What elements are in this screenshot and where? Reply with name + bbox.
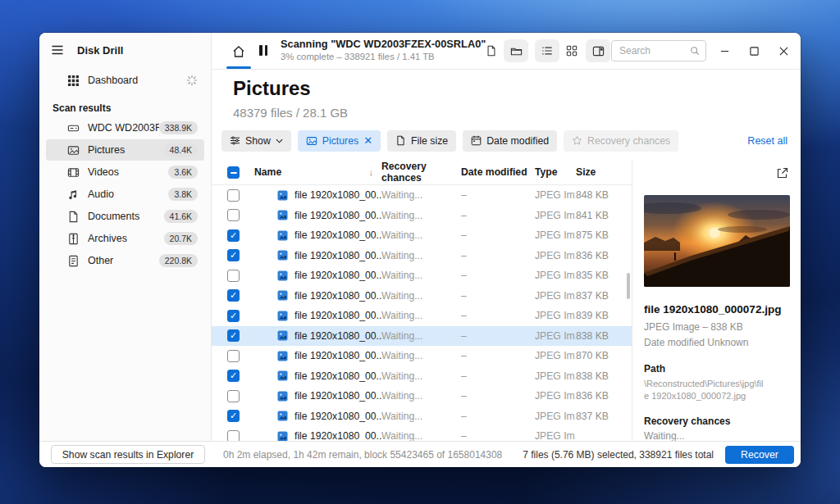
table-row[interactable]: file 1920x1080_00... Waiting... – JPEG I… <box>212 386 632 406</box>
image-file-icon <box>277 330 288 341</box>
table-row[interactable]: file 1920x1080_00... Waiting... – JPEG I… <box>212 206 632 226</box>
table-row[interactable]: file 1920x1080_00... Waiting... – JPEG I… <box>212 326 632 347</box>
sidebar-item-audio[interactable]: Audio3.8K <box>46 184 204 205</box>
preview-path-value: \Reconstructed\Pictures\jpg\file 1920x10… <box>644 378 767 402</box>
column-header-name[interactable]: Name ↓ <box>254 166 381 178</box>
file-type: JPEG Im... <box>535 350 576 361</box>
scan-results-list: WDC WD2003FZEX-0...338.9KPictures48.4KVi… <box>46 117 204 271</box>
filter-chip-file-size[interactable]: File size <box>387 130 456 152</box>
folder-view-icon[interactable] <box>504 39 528 62</box>
table-row[interactable]: file 1920x1080_00... Waiting... – JPEG I… <box>212 266 632 286</box>
column-header-recovery[interactable]: Recovery chances <box>381 161 461 184</box>
row-checkbox[interactable] <box>227 289 240 302</box>
row-checkbox[interactable] <box>227 209 240 221</box>
file-name: file 1920x1080_00... <box>294 370 381 382</box>
table-row[interactable]: file 1920x1080_00... Waiting... – JPEG I… <box>212 366 632 387</box>
sidebar-item-archives[interactable]: Archives20.7K <box>46 228 204 249</box>
search-icon <box>690 46 700 56</box>
filter-chip-recovery-chances[interactable]: Recovery chances <box>564 130 678 152</box>
file-name: file 1920x1080_00... <box>294 390 381 402</box>
row-checkbox[interactable] <box>227 310 240 322</box>
date-modified: – <box>461 229 535 241</box>
row-checkbox[interactable] <box>227 410 240 422</box>
search-input[interactable] <box>618 44 690 57</box>
pictures-icon <box>67 144 80 157</box>
list-view-icon[interactable] <box>535 39 559 62</box>
table-row[interactable]: file 1920x1080_00... Waiting... – JPEG I… <box>212 346 632 366</box>
table-row[interactable]: file 1920x1080_00... Waiting... – JPEG I… <box>212 426 632 441</box>
column-header-size[interactable]: Size <box>576 166 623 178</box>
row-checkbox[interactable] <box>227 390 240 402</box>
file-type: JPEG Im... <box>535 250 576 261</box>
date-modified: – <box>461 370 535 382</box>
sidebar-item-dashboard[interactable]: Dashboard <box>46 70 204 91</box>
date-modified: – <box>461 390 535 402</box>
row-checkbox[interactable] <box>227 329 240 342</box>
recover-button[interactable]: Recover <box>725 446 794 464</box>
sidebar-item-pictures[interactable]: Pictures48.4K <box>46 139 204 161</box>
image-file-icon <box>277 351 288 361</box>
file-count-badge: 3.8K <box>168 188 198 201</box>
table-row[interactable]: file 1920x1080_00... Waiting... – JPEG I… <box>212 406 632 427</box>
page-subtitle: 48379 files / 28.1 GB <box>233 106 348 120</box>
recovery-chance: Waiting... <box>381 189 461 201</box>
hamburger-menu-icon[interactable] <box>51 43 64 57</box>
sidebar-item-drive[interactable]: WDC WD2003FZEX-0...338.9K <box>46 117 204 138</box>
home-icon[interactable] <box>230 43 248 61</box>
table-row[interactable]: file 1920x1080_00... Waiting... – JPEG I… <box>212 306 632 326</box>
file-size: 841 KB <box>576 210 623 221</box>
file-type: JPEG Im... <box>535 270 576 281</box>
reset-all-link[interactable]: Reset all <box>747 135 788 147</box>
filter-sliders-icon <box>230 135 240 146</box>
videos-icon <box>67 166 80 179</box>
table-row[interactable]: file 1920x1080_00... Waiting... – JPEG I… <box>212 286 632 306</box>
close-button[interactable] <box>773 41 794 61</box>
date-modified: – <box>461 411 535 422</box>
open-external-icon[interactable] <box>776 166 791 181</box>
date-modified: – <box>461 189 535 201</box>
row-checkbox[interactable] <box>227 189 240 202</box>
preview-date-modified: Date modified Unknown <box>644 337 789 348</box>
grid-view-icon[interactable] <box>559 39 584 62</box>
sidebar-item-documents[interactable]: Documents41.6K <box>46 206 204 227</box>
file-size: 848 KB <box>576 189 623 201</box>
column-header-type[interactable]: Type <box>535 166 576 178</box>
remove-filter-icon[interactable]: ✕ <box>363 135 372 146</box>
sidebar-item-videos[interactable]: Videos3.6K <box>46 161 204 183</box>
row-checkbox[interactable] <box>227 350 240 362</box>
column-header-date[interactable]: Date modified <box>461 166 535 178</box>
pause-button[interactable] <box>259 45 267 56</box>
maximize-button[interactable] <box>743 41 765 61</box>
show-in-explorer-button[interactable]: Show scan results in Explorer <box>51 445 205 464</box>
date-modified: – <box>461 350 535 361</box>
archives-icon <box>67 233 80 245</box>
file-name: file 1920x1080_00... <box>294 270 381 281</box>
sidebar-item-other[interactable]: Other220.8K <box>46 250 204 271</box>
search-box[interactable] <box>611 40 706 61</box>
row-checkbox[interactable] <box>227 229 240 242</box>
show-filter-button[interactable]: Show <box>221 130 291 152</box>
row-checkbox[interactable] <box>227 370 240 382</box>
table-row[interactable]: file 1920x1080_00... Waiting... – JPEG I… <box>212 225 632 246</box>
filter-chip-date-modified[interactable]: Date modified <box>463 130 557 152</box>
row-checkbox[interactable] <box>227 430 240 441</box>
filter-chip-pictures[interactable]: Pictures ✕ <box>298 130 381 152</box>
preview-image[interactable] <box>644 195 790 287</box>
file-size: 838 KB <box>576 370 623 382</box>
table-scrollbar-thumb[interactable] <box>627 273 630 299</box>
new-session-icon[interactable] <box>479 39 504 62</box>
row-checkbox[interactable] <box>227 249 240 261</box>
preview-panel-icon[interactable] <box>586 39 610 62</box>
minimize-button[interactable] <box>714 41 735 61</box>
select-all-checkbox[interactable] <box>227 166 240 179</box>
sidebar-item-label: Documents <box>88 211 164 222</box>
file-type: JPEG Im... <box>535 411 576 422</box>
image-file-icon <box>277 311 288 321</box>
table-row[interactable]: file 1920x1080_00... Waiting... – JPEG I… <box>212 185 632 206</box>
drive-icon <box>67 122 80 134</box>
row-checkbox[interactable] <box>227 270 240 282</box>
table-row[interactable]: file 1920x1080_00... Waiting... – JPEG I… <box>212 246 632 266</box>
file-count-badge: 3.6K <box>168 166 198 179</box>
scan-title: Scanning "WDC WD2003FZEX-00SRLA0" <box>281 38 486 50</box>
file-type: JPEG Im... <box>535 290 576 302</box>
